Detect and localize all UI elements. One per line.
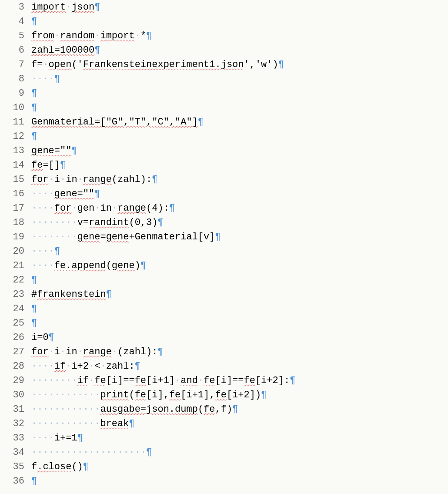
line-number: 24 — [0, 302, 31, 316]
code-line[interactable]: 8····¶ — [0, 72, 448, 86]
code-line[interactable]: 9¶ — [0, 86, 448, 101]
code-content[interactable]: ¶ — [31, 129, 448, 144]
code-content[interactable]: ············ausgabe=json.dump(fe,f)¶ — [31, 402, 448, 417]
whitespace-marker: · — [77, 346, 83, 357]
pilcrow-icon: ¶ — [146, 447, 152, 458]
code-line[interactable]: 34····················¶ — [0, 445, 448, 460]
code-line[interactable]: 22¶ — [0, 273, 448, 287]
code-content[interactable]: ············break¶ — [31, 417, 448, 431]
code-token: # — [31, 289, 37, 300]
code-token: gene — [106, 232, 129, 242]
code-line[interactable]: 4¶ — [0, 14, 448, 29]
code-content[interactable]: ¶ — [31, 316, 448, 330]
code-line[interactable]: 33····i+=1¶ — [0, 431, 448, 445]
code-token: zahl=100000 — [31, 45, 94, 56]
code-line[interactable]: 7f=·open('Frankensteinexperiment1.json',… — [0, 57, 448, 72]
code-content[interactable]: ········v=randint(0,3)¶ — [31, 215, 448, 230]
code-content[interactable]: ············print(fe[i],fe[i+1],fe[i+2])… — [31, 388, 448, 402]
code-token: [i], — [146, 390, 169, 400]
code-line[interactable]: 28····if·i+2·<·zahl:¶ — [0, 359, 448, 373]
code-line[interactable]: 18········v=randint(0,3)¶ — [0, 215, 448, 230]
code-content[interactable]: ····fe.append(gene)¶ — [31, 259, 448, 273]
code-content[interactable]: f=·open('Frankensteinexperiment1.json','… — [31, 57, 448, 72]
code-token: and — [181, 375, 198, 386]
code-line[interactable]: 26i=0¶ — [0, 330, 448, 345]
code-line[interactable]: 13gene=""¶ — [0, 144, 448, 158]
code-content[interactable]: ····i+=1¶ — [31, 431, 448, 445]
code-token: +Genmaterial[v] — [129, 232, 215, 242]
code-line[interactable]: 30············print(fe[i],fe[i+1],fe[i+2… — [0, 388, 448, 402]
code-line[interactable]: 20····¶ — [0, 244, 448, 259]
whitespace-marker: ···· — [31, 74, 54, 84]
code-token: ,f) — [215, 404, 232, 415]
code-line[interactable]: 19········gene=gene+Genmaterial[v]¶ — [0, 230, 448, 244]
code-line[interactable]: 36¶ — [0, 474, 448, 488]
code-content[interactable]: #frankenstein¶ — [31, 287, 448, 302]
code-content[interactable]: f.close()¶ — [31, 460, 448, 474]
code-line[interactable]: 21····fe.append(gene)¶ — [0, 259, 448, 273]
code-line[interactable]: 11Genmaterial=["G","T","C","A"]¶ — [0, 115, 448, 129]
code-token: (zahl): — [112, 174, 152, 185]
code-token: in — [66, 346, 77, 357]
pilcrow-icon: ¶ — [94, 2, 100, 13]
code-content[interactable]: from·random·import·*¶ — [31, 29, 448, 43]
code-line[interactable]: 3import·json¶ — [0, 0, 448, 14]
whitespace-marker: · — [54, 30, 60, 41]
code-token: i+2 — [71, 361, 89, 372]
code-content[interactable]: fe=[]¶ — [31, 158, 448, 172]
code-content[interactable]: gene=""¶ — [31, 144, 448, 158]
code-token: break — [100, 418, 129, 429]
pilcrow-icon: ¶ — [31, 476, 37, 487]
code-line[interactable]: 23#frankenstein¶ — [0, 287, 448, 302]
code-line[interactable]: 5from·random·import·*¶ — [0, 29, 448, 43]
code-line[interactable]: 10¶ — [0, 101, 448, 115]
code-content[interactable]: ····for·gen·in·range(4):¶ — [31, 201, 448, 215]
code-content[interactable]: ¶ — [31, 14, 448, 29]
pilcrow-icon: ¶ — [140, 260, 146, 271]
code-line[interactable]: 14fe=[]¶ — [0, 158, 448, 172]
code-content[interactable]: for·i·in·range·(zahl):¶ — [31, 345, 448, 359]
code-token: fe — [135, 390, 146, 400]
code-line[interactable]: 31············ausgabe=json.dump(fe,f)¶ — [0, 402, 448, 417]
code-token: [i+2]) — [227, 390, 261, 400]
code-content[interactable]: ········gene=gene+Genmaterial[v]¶ — [31, 230, 448, 244]
code-content[interactable]: ¶ — [31, 474, 448, 488]
code-content[interactable]: ········if·fe[i]==fe[i+1]·and·fe[i]==fe[… — [31, 373, 448, 388]
code-content[interactable]: ····¶ — [31, 72, 448, 86]
code-content[interactable]: import·json¶ — [31, 0, 448, 14]
line-number: 20 — [0, 244, 31, 259]
code-content[interactable]: ····················¶ — [31, 445, 448, 460]
code-line[interactable]: 17····for·gen·in·range(4):¶ — [0, 201, 448, 215]
code-line[interactable]: 15for·i·in·range(zahl):¶ — [0, 172, 448, 187]
whitespace-marker: · — [43, 59, 48, 70]
code-editor[interactable]: 3import·json¶4¶5from·random·import·*¶6za… — [0, 0, 448, 488]
code-line[interactable]: 35f.close()¶ — [0, 460, 448, 474]
pilcrow-icon: ¶ — [261, 390, 267, 400]
code-line[interactable]: 27for·i·in·range·(zahl):¶ — [0, 345, 448, 359]
code-content[interactable]: Genmaterial=["G","T","C","A"]¶ — [31, 115, 448, 129]
code-content[interactable]: ¶ — [31, 273, 448, 287]
code-line[interactable]: 6zahl=100000¶ — [0, 43, 448, 57]
code-content[interactable]: i=0¶ — [31, 330, 448, 345]
code-line[interactable]: 12¶ — [0, 129, 448, 144]
code-line[interactable]: 16····gene=""¶ — [0, 187, 448, 201]
code-content[interactable]: ¶ — [31, 86, 448, 101]
whitespace-marker: · — [49, 346, 54, 357]
code-line[interactable]: 24¶ — [0, 302, 448, 316]
code-content[interactable]: ····¶ — [31, 244, 448, 259]
whitespace-marker: ···· — [31, 246, 54, 257]
code-content[interactable]: for·i·in·range(zahl):¶ — [31, 172, 448, 187]
code-content[interactable]: ····gene=""¶ — [31, 187, 448, 201]
code-token: (0,3) — [129, 217, 157, 228]
code-token: in — [100, 203, 111, 214]
code-content[interactable]: ····if·i+2·<·zahl:¶ — [31, 359, 448, 373]
code-line[interactable]: 25¶ — [0, 316, 448, 330]
code-token: import — [31, 2, 66, 13]
code-token: i=0 — [31, 332, 49, 343]
code-content[interactable]: ¶ — [31, 101, 448, 115]
code-line[interactable]: 32············break¶ — [0, 417, 448, 431]
code-content[interactable]: ¶ — [31, 302, 448, 316]
code-content[interactable]: zahl=100000¶ — [31, 43, 448, 57]
code-line[interactable]: 29········if·fe[i]==fe[i+1]·and·fe[i]==f… — [0, 373, 448, 388]
line-number: 11 — [0, 115, 31, 129]
